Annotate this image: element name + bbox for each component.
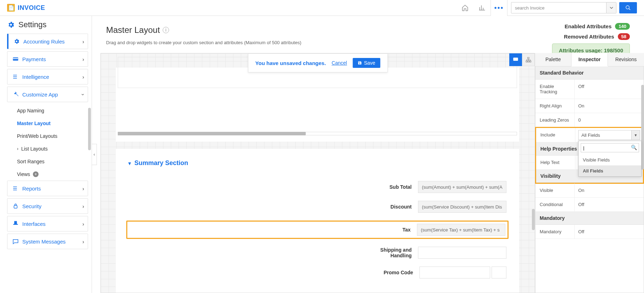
field-row-discount[interactable]: Discount	[128, 201, 506, 213]
search-dropdown-toggle[interactable]	[607, 2, 616, 13]
inspector-row-leading-zeros[interactable]: Leading Zeros 0	[535, 113, 644, 127]
canvas-card-top[interactable]	[116, 68, 519, 142]
svg-line-1	[629, 8, 630, 10]
enabled-attributes-label: Enabled Attributes	[565, 23, 612, 29]
canvas-card-summary[interactable]: ▾ Summary Section Sub Total Discount	[116, 149, 519, 293]
chevron-right-icon: ›	[82, 239, 84, 245]
unsaved-changes-bar: You have unsaved changes. Cancel Save	[248, 53, 388, 72]
sidebar-item-intelligence[interactable]: Intelligence ›	[7, 69, 88, 84]
more-icon[interactable]: •••	[491, 0, 507, 16]
chevron-right-icon: ›	[82, 39, 84, 45]
cancel-link[interactable]: Cancel	[332, 60, 347, 66]
home-icon[interactable]	[457, 0, 474, 16]
svg-point-0	[626, 6, 629, 9]
canvas-scrollbar-thumb[interactable]	[532, 209, 535, 230]
subtotal-formula-input[interactable]	[418, 181, 506, 193]
sidebar-title: Settings	[7, 20, 88, 29]
chevron-right-icon: ›	[82, 186, 84, 192]
removed-attributes-label: Removed Attributes	[564, 34, 614, 40]
svg-rect-3	[13, 58, 18, 59]
field-row-shipping[interactable]: Shipping and Handling	[128, 247, 506, 259]
desktop-view-toggle[interactable]	[509, 53, 522, 66]
discount-formula-input[interactable]	[418, 201, 506, 213]
sidebar-collapse-handle[interactable]: ‹	[92, 144, 97, 165]
search-input[interactable]	[511, 2, 607, 13]
inspector-row-visible[interactable]: Visible On	[535, 183, 644, 198]
inspector-row-conditional[interactable]: Conditional Off	[535, 198, 644, 212]
shipping-input[interactable]	[418, 247, 506, 259]
tab-inspector[interactable]: Inspector	[572, 53, 608, 66]
info-icon[interactable]: i	[163, 27, 169, 33]
sidebar-item-accounting-rules[interactable]: Accounting Rules ›	[7, 34, 88, 49]
tab-revisions[interactable]: Revisions	[608, 53, 644, 66]
chevron-down-icon: ▾	[128, 160, 131, 166]
sidebar-item-interfaces[interactable]: Interfaces ›	[7, 216, 88, 232]
inspector-row-mandatory[interactable]: Mandatory Off	[535, 225, 644, 239]
promo-code-input[interactable]	[419, 266, 490, 279]
include-select[interactable]: All Fields ▼	[578, 130, 640, 140]
svg-rect-4	[14, 206, 17, 209]
field-row-tax[interactable]: Tax	[126, 221, 509, 239]
sidebar-sub-master-layout[interactable]: Master Layout	[17, 117, 88, 130]
chart-icon[interactable]	[474, 0, 491, 16]
progress-track	[306, 132, 517, 135]
unsaved-text: You have unsaved changes.	[255, 60, 326, 66]
sidebar-item-security[interactable]: Security ›	[7, 198, 88, 214]
sidebar-title-label: Settings	[18, 20, 47, 29]
enabled-attributes-count: 140	[615, 23, 630, 30]
chevron-right-icon: ›	[82, 203, 84, 209]
hierarchy-view-toggle[interactable]	[522, 53, 535, 66]
sidebar-item-system-messages[interactable]: System Messages ›	[7, 234, 88, 249]
inspector-section-mandatory: Mandatory	[535, 212, 644, 225]
sidebar: Settings Accounting Rules › Payments › I…	[0, 16, 92, 293]
summary-section-header[interactable]: ▾ Summary Section	[128, 159, 506, 167]
progress-fill	[118, 132, 306, 135]
topbar: INVOICE •••	[0, 0, 644, 16]
tax-formula-input[interactable]	[417, 224, 505, 236]
sidebar-item-customize-app[interactable]: Customize App ›	[7, 87, 88, 102]
tab-palette[interactable]: Palette	[535, 53, 572, 66]
right-panel-scrollbar-thumb[interactable]	[641, 85, 644, 170]
sidebar-item-reports[interactable]: Reports ›	[7, 181, 88, 196]
svg-rect-6	[528, 57, 529, 59]
chevron-right-icon: ›	[17, 146, 18, 151]
sidebar-sub-views[interactable]: Views+	[17, 168, 88, 181]
scrollbar-thumb[interactable]	[88, 108, 91, 150]
page-subtitle: Drag and drop widgets to create your cus…	[106, 40, 630, 45]
svg-rect-5	[513, 58, 518, 61]
invoice-logo-icon	[7, 4, 15, 12]
layout-canvas[interactable]: You have unsaved changes. Cancel Save	[100, 53, 535, 293]
include-option-visible-fields[interactable]: Visible Fields	[579, 154, 641, 165]
sidebar-sub-app-naming[interactable]: App Naming	[17, 104, 88, 117]
field-row-promo[interactable]: Promo Code	[128, 266, 506, 279]
svg-rect-8	[528, 61, 529, 62]
page-title: Master Layout	[106, 25, 160, 35]
sidebar-sub-list-layouts[interactable]: ›List Layouts	[17, 142, 88, 155]
inspector-row-right-align[interactable]: Right Align On	[535, 99, 644, 113]
field-row-subtotal[interactable]: Sub Total	[128, 181, 506, 193]
include-dropdown: 🔍 Visible Fields All Fields	[578, 141, 642, 177]
sidebar-item-payments[interactable]: Payments ›	[7, 51, 88, 67]
chevron-down-icon: ▼	[631, 130, 640, 140]
app-title: INVOICE	[18, 4, 45, 12]
include-search-input[interactable]	[581, 143, 639, 152]
inspector-section-standard-behavior: Standard Behavior	[535, 66, 644, 80]
search-icon: 🔍	[631, 145, 637, 150]
plus-icon[interactable]: +	[33, 171, 39, 177]
inspector-row-enable-tracking[interactable]: Enable Tracking Off	[535, 80, 644, 99]
chevron-down-icon: ›	[80, 94, 86, 95]
svg-rect-9	[530, 61, 531, 62]
sidebar-sub-print-web[interactable]: Print/Web Layouts	[17, 130, 88, 142]
search-button[interactable]	[619, 2, 637, 13]
promo-code-addon[interactable]	[492, 266, 506, 279]
save-button[interactable]: Save	[353, 58, 380, 68]
include-option-all-fields[interactable]: All Fields	[579, 165, 641, 176]
chevron-right-icon: ›	[82, 221, 84, 227]
inspector-tabs: Palette Inspector Revisions	[535, 53, 644, 66]
sidebar-sub-sort-ranges[interactable]: Sort Ranges	[17, 155, 88, 168]
removed-attributes-count: 58	[618, 33, 630, 40]
chevron-right-icon: ›	[82, 56, 84, 62]
chevron-right-icon: ›	[82, 74, 84, 80]
svg-rect-7	[526, 61, 527, 62]
inspector-row-include[interactable]: Include All Fields ▼	[536, 128, 643, 142]
